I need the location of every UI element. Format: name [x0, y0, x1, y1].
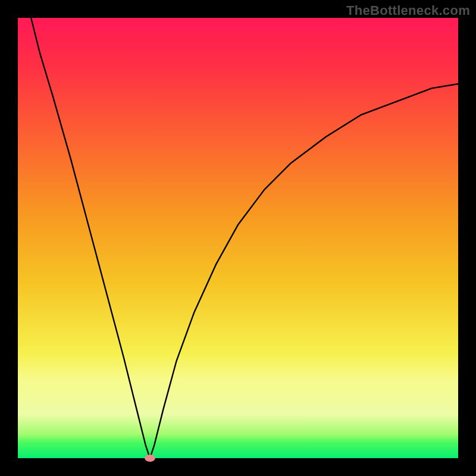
plot-svg — [18, 18, 458, 458]
gradient-rect — [18, 18, 458, 458]
watermark-label: TheBottleneck.com — [346, 3, 470, 18]
chart-root: TheBottleneck.com — [0, 0, 476, 476]
minimum-marker — [145, 455, 155, 462]
plot-area — [18, 18, 458, 458]
